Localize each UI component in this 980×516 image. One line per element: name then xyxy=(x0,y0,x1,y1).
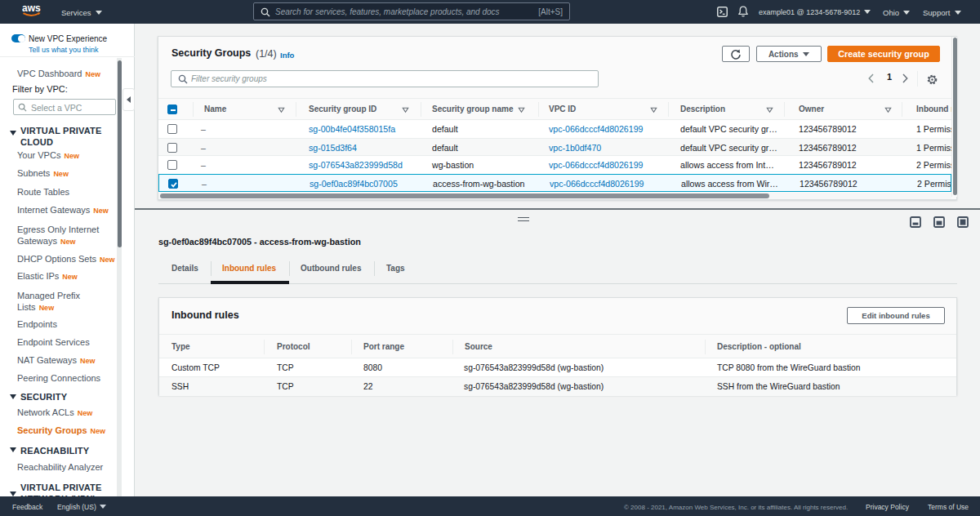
svg-text:aws: aws xyxy=(22,2,41,14)
